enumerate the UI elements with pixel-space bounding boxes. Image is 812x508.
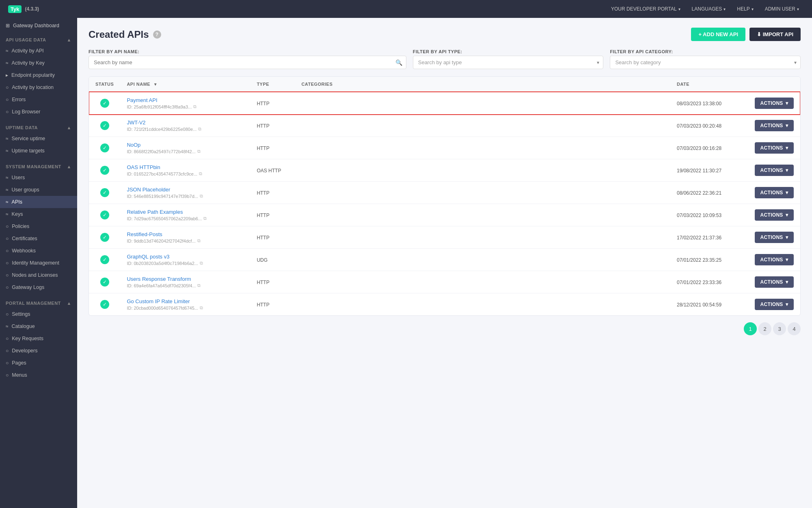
actions-button[interactable]: ACTIONS ▾ — [755, 120, 794, 131]
date-cell: 07/03/2023 00:16:28 — [670, 137, 743, 159]
filter-type-select-wrap: Search by api type ▾ — [413, 56, 604, 69]
filter-type-select[interactable]: Search by api type — [413, 56, 604, 69]
sidebar-item-endpoint-popularity[interactable]: ▸ Endpoint popularity — [0, 69, 77, 81]
copy-icon[interactable]: ⧉ — [197, 283, 201, 288]
api-name-link[interactable]: GraphQL posts v3 — [127, 254, 169, 260]
api-name-link[interactable]: Payment API — [127, 97, 157, 103]
col-header-categories: CATEGORIES — [295, 77, 670, 92]
help-link[interactable]: HELP ▾ — [732, 4, 758, 14]
actions-button[interactable]: ACTIONS ▾ — [755, 276, 794, 288]
sidebar-item-certificates[interactable]: ○ Certificates — [0, 232, 77, 245]
actions-button[interactable]: ACTIONS ▾ — [755, 98, 794, 109]
table-row: ✓ Payment API ID: 25a6fb912f054fff4c3f8a… — [89, 92, 800, 115]
page-1-button[interactable]: 1 — [744, 322, 757, 335]
app-logo[interactable]: Tyk (4.3.3) — [8, 5, 39, 13]
help-icon[interactable]: ? — [153, 30, 161, 39]
copy-icon[interactable]: ⧉ — [200, 193, 203, 199]
sidebar-item-gateway-logs[interactable]: ○ Gateway Logs — [0, 281, 77, 293]
status-dot: ✓ — [100, 99, 109, 108]
sidebar-item-key-requests[interactable]: ○ Key Requests — [0, 332, 77, 345]
api-name-link[interactable]: JWT-V2 — [127, 119, 145, 126]
sidebar-item-pages[interactable]: ○ Pages — [0, 357, 77, 369]
chevron-down-icon: ▾ — [786, 167, 788, 173]
api-name-link[interactable]: JSON Placeholder — [127, 187, 170, 193]
actions-button[interactable]: ACTIONS ▾ — [755, 254, 794, 265]
copy-icon[interactable]: ⧉ — [200, 261, 203, 266]
col-header-api-name[interactable]: API NAME ▼ — [120, 77, 250, 92]
type-cell: OAS HTTP — [250, 159, 295, 182]
sidebar-item-service-uptime[interactable]: ≈ Service uptime — [0, 132, 77, 145]
status-cell: ✓ — [89, 249, 120, 271]
copy-icon[interactable]: ⧉ — [199, 171, 202, 176]
actions-cell: ACTIONS ▾ — [743, 271, 800, 293]
page-2-button[interactable]: 2 — [758, 322, 771, 335]
api-name-cell: NoOp ID: 8668f22f0a25497c772b48f42... ⧉ — [120, 137, 250, 159]
date-cell: 07/01/2022 23:33:36 — [670, 271, 743, 293]
import-api-button[interactable]: ⬇ IMPORT API — [749, 28, 801, 41]
copy-icon[interactable]: ⧉ — [193, 104, 197, 109]
copy-icon[interactable]: ⧉ — [197, 238, 201, 243]
actions-button[interactable]: ACTIONS ▾ — [755, 232, 794, 243]
policies-icon: ○ — [6, 224, 9, 229]
api-name-link[interactable]: Users Response Transform — [127, 276, 191, 282]
api-name-link[interactable]: Restified-Posts — [127, 231, 162, 237]
sidebar-item-catalogue[interactable]: ≈ Catalogue — [0, 320, 77, 332]
actions-button[interactable]: ACTIONS ▾ — [755, 299, 794, 310]
sidebar-item-keys[interactable]: ≈ Keys — [0, 208, 77, 220]
api-name-link[interactable]: Go Custom IP Rate Limiter — [127, 298, 190, 304]
developers-icon: ○ — [6, 348, 9, 354]
status-dot: ✓ — [100, 278, 109, 287]
languages-link[interactable]: LANGUAGES ▾ — [687, 4, 731, 14]
copy-icon[interactable]: ⧉ — [203, 216, 207, 221]
sidebar-item-activity-by-location[interactable]: ○ Activity by location — [0, 81, 77, 93]
type-cell: HTTP — [250, 293, 295, 316]
sidebar-item-apis[interactable]: ≈ APIs — [0, 196, 77, 208]
date-cell: 07/01/2022 23:35:25 — [670, 249, 743, 271]
sidebar-item-developers[interactable]: ○ Developers — [0, 345, 77, 357]
copy-icon[interactable]: ⧉ — [198, 126, 201, 132]
copy-icon[interactable]: ⧉ — [197, 149, 201, 154]
sidebar-item-identity-management[interactable]: ○ Identity Management — [0, 257, 77, 269]
type-badge: HTTP — [257, 190, 269, 196]
actions-button[interactable]: ACTIONS ▾ — [755, 142, 794, 154]
filter-by-type-label: FILTER BY API TYPE: — [413, 49, 604, 54]
sidebar-item-log-browser[interactable]: ○ Log Browser — [0, 106, 77, 118]
type-cell: HTTP — [250, 92, 295, 115]
api-name-link[interactable]: NoOp — [127, 142, 140, 148]
date-cell: 28/12/2021 00:54:59 — [670, 293, 743, 316]
sidebar-item-gateway-dashboard[interactable]: ⊞ Gateway Dashboard — [0, 18, 77, 32]
copy-icon[interactable]: ⧉ — [200, 305, 203, 310]
admin-user-link[interactable]: ADMIN USER ▾ — [760, 4, 804, 14]
filter-by-type-group: FILTER BY API TYPE: Search by api type ▾ — [413, 49, 604, 69]
filter-name-input-wrap: 🔍 — [89, 56, 406, 69]
type-cell: HTTP — [250, 137, 295, 159]
sidebar-item-webhooks[interactable]: ○ Webhooks — [0, 245, 77, 257]
sidebar-item-activity-by-api[interactable]: ≈ Activity by API — [0, 45, 77, 57]
sidebar-item-settings[interactable]: ○ Settings — [0, 308, 77, 320]
sidebar-item-activity-by-key[interactable]: ≈ Activity by Key — [0, 57, 77, 69]
sidebar-item-users[interactable]: ≈ Users — [0, 172, 77, 184]
sidebar-item-nodes-licenses[interactable]: ○ Nodes and Licenses — [0, 269, 77, 281]
status-cell: ✓ — [89, 204, 120, 226]
type-cell: HTTP — [250, 271, 295, 293]
actions-button[interactable]: ACTIONS ▾ — [755, 187, 794, 198]
sidebar-item-policies[interactable]: ○ Policies — [0, 220, 77, 232]
api-name-link[interactable]: Relative Path Examples — [127, 209, 183, 215]
chevron-down-icon: ▾ — [786, 190, 788, 195]
actions-button[interactable]: ACTIONS ▾ — [755, 209, 794, 221]
sidebar-item-user-groups[interactable]: ≈ User groups — [0, 184, 77, 196]
page-3-button[interactable]: 3 — [773, 322, 786, 335]
sidebar-item-uptime-targets[interactable]: ≈ Uptime targets — [0, 145, 77, 157]
actions-button[interactable]: ACTIONS ▾ — [755, 165, 794, 176]
sidebar-item-menus[interactable]: ○ Menus — [0, 369, 77, 381]
api-name-link[interactable]: OAS HTTPbin — [127, 164, 160, 170]
search-name-button[interactable]: 🔍 — [395, 59, 402, 66]
sidebar-item-errors[interactable]: ○ Errors — [0, 93, 77, 106]
page-4-button[interactable]: 4 — [788, 322, 801, 335]
filter-category-select[interactable]: Search by category — [610, 56, 801, 69]
table-row: ✓ Users Response Transform ID: 69a4e6fa4… — [89, 271, 800, 293]
developer-portal-link[interactable]: YOUR DEVELOPER PORTAL ▾ — [606, 4, 685, 14]
filter-name-input[interactable] — [89, 56, 406, 69]
add-new-api-button[interactable]: + ADD NEW API — [691, 28, 745, 41]
api-name-cell: JSON Placeholder ID: 546e885199c947147e7… — [120, 182, 250, 204]
